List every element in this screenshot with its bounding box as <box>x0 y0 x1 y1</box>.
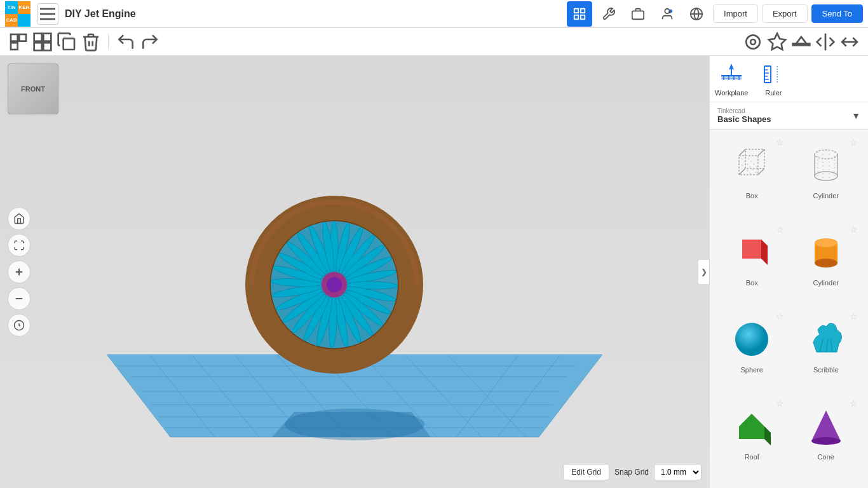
library-name: Basic Shapes <box>717 114 771 124</box>
toolbar-separator-1 <box>108 34 109 50</box>
svg-marker-23 <box>769 33 786 49</box>
shape-favorite-box-wire[interactable]: ☆ <box>776 137 784 147</box>
view-cube[interactable]: FRONT <box>8 64 58 114</box>
shape-label-cone: Cone <box>818 453 834 461</box>
library-header-left: Tinkercad Basic Shapes <box>717 107 771 124</box>
svg-marker-48 <box>272 412 431 437</box>
redo-button[interactable] <box>139 31 161 53</box>
shape-item-cylinder-wire[interactable]: ☆ <box>789 135 864 222</box>
svg-line-107 <box>739 168 745 175</box>
shape-favorite-cylinder-solid[interactable]: ☆ <box>850 224 858 234</box>
workplane-label: Workplane <box>715 89 748 97</box>
home-view-button[interactable] <box>8 207 31 230</box>
shape-favorite-roof[interactable]: ☆ <box>776 398 784 409</box>
shape-img-scribble <box>801 314 851 365</box>
panel-collapse-button[interactable]: ❯ <box>698 259 709 285</box>
svg-marker-129 <box>811 410 841 441</box>
svg-rect-6 <box>581 15 585 18</box>
edit-grid-button[interactable]: Edit Grid <box>563 464 609 480</box>
main-area: FRONT Edit Grid Snap Grid 1.0 mm 0.5 mm … <box>0 56 868 488</box>
cube-front-face[interactable]: FRONT <box>8 64 58 114</box>
logo-cell-empty <box>18 14 31 27</box>
shape-item-sphere[interactable]: ☆ Sphere <box>715 309 789 396</box>
fit-view-button[interactable] <box>8 234 31 257</box>
shape-label-cylinder-solid: Cylinder <box>813 279 839 287</box>
shape-favorite-sphere[interactable]: ☆ <box>776 311 784 322</box>
toolbar <box>0 28 868 56</box>
user-button[interactable]: + <box>654 1 680 27</box>
shape-img-roof <box>726 401 777 452</box>
ruler-tool[interactable]: Ruler <box>761 61 786 97</box>
shape-label-box-wire: Box <box>746 192 758 200</box>
svg-marker-126 <box>739 414 764 439</box>
svg-point-81 <box>327 277 342 292</box>
viewport[interactable]: FRONT Edit Grid Snap Grid 1.0 mm 0.5 mm … <box>0 56 709 488</box>
shape-img-cylinder-wire <box>801 140 851 191</box>
workplane-tool-button[interactable] <box>790 31 812 53</box>
duplicate-button[interactable] <box>56 31 78 53</box>
shapes-grid: ☆ <box>710 130 868 488</box>
svg-point-112 <box>815 172 837 180</box>
shape-item-box-solid[interactable]: ☆ Box <box>715 222 789 309</box>
toolbar-right-tools <box>742 31 860 53</box>
import-button[interactable]: Import <box>713 4 758 23</box>
ungroup-button[interactable] <box>32 31 53 53</box>
svg-rect-3 <box>574 8 578 12</box>
shape-img-sphere <box>726 314 777 365</box>
mirror-button[interactable] <box>815 31 836 53</box>
shape-favorite-cone[interactable]: ☆ <box>850 398 858 409</box>
tools-button[interactable] <box>596 1 621 27</box>
shape-item-cone[interactable]: ☆ Cone <box>789 396 864 483</box>
svg-rect-24 <box>793 43 810 45</box>
logo: TIN KER CAD <box>5 1 31 27</box>
shape-img-cone <box>801 401 851 452</box>
shape-item-cylinder-solid[interactable]: ☆ Cylinder <box>789 222 864 309</box>
shape-favorite-scribble[interactable]: ☆ <box>850 311 858 322</box>
reset-view-button[interactable] <box>8 314 31 337</box>
svg-line-105 <box>758 149 764 156</box>
shape-favorite-box-solid[interactable]: ☆ <box>776 224 784 234</box>
svg-marker-121 <box>742 240 761 259</box>
snap-grid-select[interactable]: 1.0 mm 0.5 mm 2.0 mm <box>654 464 702 480</box>
shape-item-box-wire[interactable]: ☆ <box>715 135 789 222</box>
shape-item-roof[interactable]: ☆ Roof <box>715 396 789 483</box>
delete-button[interactable] <box>80 31 102 53</box>
send-to-button[interactable]: Send To <box>811 4 863 23</box>
new-group-button[interactable] <box>8 31 29 53</box>
shape-button[interactable] <box>766 31 788 53</box>
ruler-label: Ruler <box>765 89 782 97</box>
undo-button[interactable] <box>115 31 137 53</box>
briefcase-button[interactable] <box>625 1 651 27</box>
topbar-left: TIN KER CAD DIY Jet Engine <box>5 1 136 27</box>
svg-rect-16 <box>34 33 42 41</box>
library-dropdown-arrow[interactable]: ▼ <box>851 111 860 121</box>
svg-point-130 <box>811 437 841 445</box>
globe-button[interactable] <box>684 1 709 27</box>
menu-button[interactable] <box>37 3 58 25</box>
align-button[interactable] <box>742 31 764 53</box>
bottom-controls: Edit Grid Snap Grid 1.0 mm 0.5 mm 2.0 mm <box>563 464 702 480</box>
shape-img-box-solid <box>726 227 777 278</box>
svg-line-109 <box>745 156 758 168</box>
snap-grid-label: Snap Grid <box>614 468 649 477</box>
topbar: TIN KER CAD DIY Jet Engine + Import Expo… <box>0 0 868 28</box>
shape-label-sphere: Sphere <box>741 366 763 374</box>
svg-rect-20 <box>64 38 74 49</box>
svg-line-106 <box>758 168 764 175</box>
workplane-tool[interactable]: Workplane <box>715 61 748 97</box>
svg-rect-5 <box>574 15 578 18</box>
zoom-out-button[interactable] <box>8 287 31 310</box>
export-button[interactable]: Export <box>762 4 808 23</box>
shape-favorite-cylinder-wire[interactable]: ☆ <box>850 137 858 147</box>
flip-button[interactable] <box>839 31 860 53</box>
grid-view-button[interactable] <box>567 1 592 27</box>
logo-cell-ker: KER <box>18 1 31 14</box>
svg-point-123 <box>815 259 837 268</box>
library-header: Tinkercad Basic Shapes ▼ <box>710 102 868 130</box>
zoom-in-button[interactable] <box>8 261 31 283</box>
shape-item-scribble[interactable]: ☆ Scribble <box>789 309 864 396</box>
svg-rect-13 <box>11 34 18 41</box>
svg-text:+: + <box>669 10 671 13</box>
shape-label-cylinder-wire: Cylinder <box>813 192 839 200</box>
library-brand: Tinkercad <box>717 107 771 114</box>
